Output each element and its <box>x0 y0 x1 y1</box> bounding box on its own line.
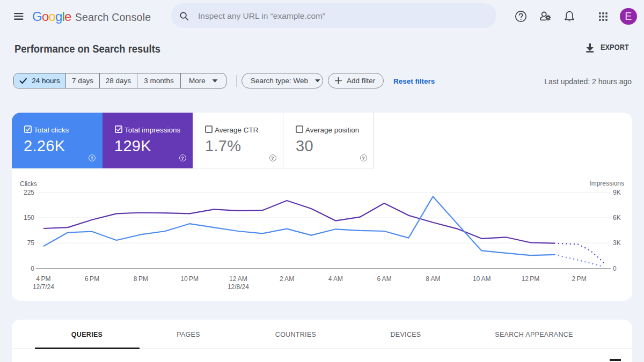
svg-text:150: 150 <box>24 214 34 221</box>
svg-text:9K: 9K <box>613 189 621 196</box>
svg-text:12/8/24: 12/8/24 <box>228 283 249 291</box>
svg-text:3K: 3K <box>613 239 621 247</box>
svg-text:2 PM: 2 PM <box>572 275 587 283</box>
svg-text:4 PM: 4 PM <box>36 275 50 283</box>
svg-text:10 PM: 10 PM <box>180 275 199 283</box>
svg-text:Impressions: Impressions <box>589 180 624 187</box>
svg-text:8 AM: 8 AM <box>426 275 440 283</box>
svg-text:12/7/24: 12/7/24 <box>33 283 54 291</box>
svg-text:2 AM: 2 AM <box>280 275 294 283</box>
svg-text:75: 75 <box>27 239 35 247</box>
svg-text:8 PM: 8 PM <box>134 275 148 283</box>
svg-text:6K: 6K <box>613 214 621 221</box>
svg-text:0: 0 <box>31 265 34 272</box>
svg-text:Clicks: Clicks <box>20 180 37 188</box>
svg-text:10 AM: 10 AM <box>473 275 491 283</box>
svg-text:6 AM: 6 AM <box>377 275 392 283</box>
svg-text:4 AM: 4 AM <box>328 275 343 283</box>
svg-text:6 PM: 6 PM <box>85 275 99 283</box>
svg-text:12 PM: 12 PM <box>522 275 540 283</box>
svg-text:12 AM: 12 AM <box>229 275 247 283</box>
svg-text:225: 225 <box>24 189 34 196</box>
svg-text:0: 0 <box>613 265 617 272</box>
